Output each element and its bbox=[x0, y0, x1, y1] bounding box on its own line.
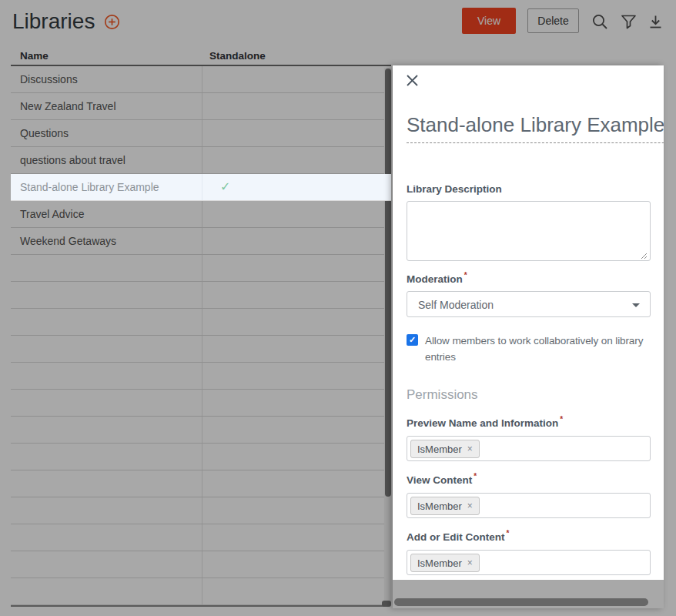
library-edit-panel: Stand-alone Library Example Library Desc… bbox=[393, 65, 664, 608]
checkbox-check-icon: ✓ bbox=[409, 336, 416, 344]
row-name: Stand-alone Library Example bbox=[20, 181, 159, 193]
tag-label: IsMember bbox=[417, 557, 462, 569]
library-description-textarea[interactable] bbox=[407, 201, 651, 261]
add-edit-content-permission-label: Add or Edit Content* bbox=[407, 531, 509, 543]
tag-label: IsMember bbox=[417, 444, 462, 455]
required-asterisk: * bbox=[474, 472, 477, 480]
library-description-label: Library Description bbox=[407, 183, 502, 195]
permission-tag: IsMember × bbox=[410, 497, 480, 515]
remove-tag-icon[interactable]: × bbox=[467, 557, 473, 568]
library-edit-panel-content: Stand-alone Library Example Library Desc… bbox=[393, 65, 664, 580]
close-icon bbox=[406, 74, 419, 88]
view-content-permission-label: View Content* bbox=[407, 474, 477, 486]
close-panel-button[interactable] bbox=[406, 74, 420, 88]
collaborate-checkbox-label: Allow members to work collaboratively on… bbox=[425, 333, 656, 365]
standalone-check-icon: ✓ bbox=[220, 179, 230, 194]
moderation-selected-value: Self Moderation bbox=[418, 299, 494, 311]
table-row-selected[interactable]: Stand-alone Library Example ✓ bbox=[11, 174, 391, 201]
view-content-permission-tag-input[interactable]: IsMember × bbox=[407, 493, 651, 518]
required-asterisk: * bbox=[464, 271, 467, 280]
chevron-down-icon bbox=[632, 303, 640, 307]
required-asterisk: * bbox=[560, 415, 563, 424]
panel-horizontal-scrollbar-thumb[interactable] bbox=[394, 598, 648, 606]
preview-permission-tag-input[interactable]: IsMember × bbox=[407, 436, 651, 461]
permission-tag: IsMember × bbox=[410, 440, 480, 458]
library-name-editable-title[interactable]: Stand-alone Library Example bbox=[407, 113, 664, 143]
permission-tag: IsMember × bbox=[410, 554, 480, 572]
required-asterisk: * bbox=[506, 529, 509, 537]
add-edit-content-permission-tag-input[interactable]: IsMember × bbox=[407, 550, 651, 575]
libraries-admin-page: Libraries View Delete bbox=[0, 0, 676, 616]
remove-tag-icon[interactable]: × bbox=[467, 500, 473, 511]
collaborate-checkbox[interactable]: ✓ bbox=[407, 334, 418, 346]
tag-label: IsMember bbox=[417, 500, 462, 512]
moderation-select[interactable]: Self Moderation bbox=[407, 291, 651, 317]
preview-permission-label: Preview Name and Information* bbox=[407, 417, 563, 429]
permissions-section-heading: Permissions bbox=[407, 387, 478, 403]
moderation-label: Moderation* bbox=[407, 273, 467, 285]
remove-tag-icon[interactable]: × bbox=[467, 444, 473, 454]
